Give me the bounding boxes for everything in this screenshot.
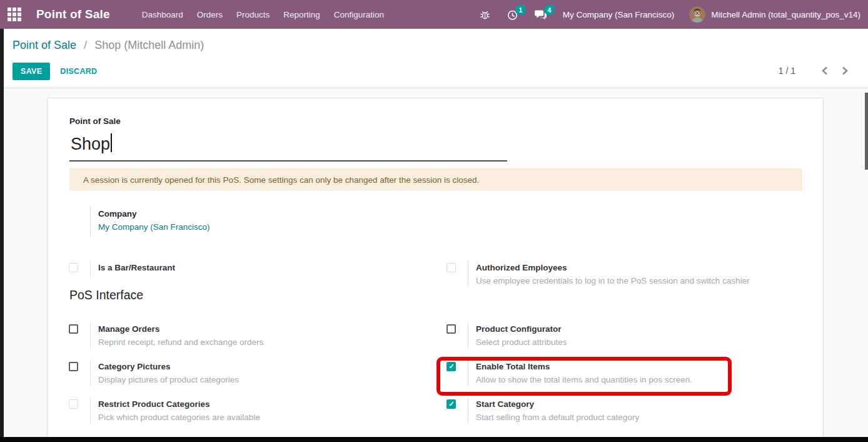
user-name: Mitchell Admin (total_quantity_pos_v14) [711, 10, 860, 19]
apps-grid-icon [7, 7, 22, 22]
session-warning-banner: A session is currently opened for this P… [69, 168, 802, 191]
nav-configuration[interactable]: Configuration [327, 0, 391, 29]
pager-count: 1 / 1 [779, 66, 795, 76]
option-enable-total-items: Enable Total Items Allow to show the tot… [447, 360, 728, 386]
form-view: Point of Sale Shop A session is currentl… [0, 88, 868, 442]
option-label: Restrict Product Categories [98, 398, 260, 411]
message-count-badge: 4 [544, 4, 555, 15]
option-restrict-product-categories: Restrict Product Categories Pick which p… [69, 398, 419, 424]
messages-button[interactable]: 4 [527, 0, 555, 29]
checkbox-start-category[interactable] [447, 399, 456, 409]
breadcrumb-separator: / [84, 39, 87, 51]
checkbox-restrict-product-categories[interactable] [69, 399, 78, 409]
option-category-pictures: Category Pictures Display pictures of pr… [69, 360, 419, 386]
discard-button[interactable]: DISCARD [60, 67, 97, 76]
option-start-category: Start Category Start selling from a defa… [447, 398, 815, 424]
breadcrumb-parent-link[interactable]: Point of Sale [13, 39, 76, 51]
breadcrumb: Point of Sale / Shop (Mitchell Admin) [13, 39, 204, 52]
option-authorized-employees: Authorized Employees Use employee creden… [447, 261, 815, 287]
topbar-right: 1 4 My Company (San Francisco) [472, 0, 868, 29]
activities-button[interactable]: 1 [498, 0, 527, 29]
company-switcher[interactable]: My Company (San Francisco) [555, 0, 682, 29]
activity-count-badge: 1 [515, 4, 526, 15]
company-field-group: Company My Company (San Francisco) [90, 206, 210, 237]
checkbox-manage-orders[interactable] [69, 324, 78, 334]
nav-reporting[interactable]: Reporting [276, 0, 327, 29]
chevron-right-icon [841, 66, 849, 75]
checkbox-is-bar-restaurant[interactable] [69, 263, 78, 272]
option-desc: Select product attributes [476, 336, 567, 349]
option-desc: Use employee credentials to log in to th… [476, 274, 749, 287]
main-nav: Dashboard Orders Products Reporting Conf… [135, 0, 391, 29]
vertical-scrollbar-thumb[interactable] [865, 93, 868, 170]
company-label: Company [98, 207, 210, 220]
text-cursor [111, 133, 112, 152]
option-product-configurator: Product Configurator Select product attr… [447, 322, 815, 349]
option-desc: Pick which product categories are availa… [98, 411, 260, 424]
checkbox-product-configurator[interactable] [447, 324, 456, 334]
app-title: Point of Sale [36, 8, 110, 21]
company-name: My Company (San Francisco) [563, 10, 675, 19]
control-panel: Point of Sale / Shop (Mitchell Admin) SA… [0, 29, 868, 88]
window-bottom-strip [0, 437, 868, 442]
apps-menu-button[interactable] [0, 0, 29, 29]
nav-orders[interactable]: Orders [190, 0, 230, 29]
action-buttons: SAVE DISCARD [13, 63, 97, 80]
option-label: Product Configurator [476, 322, 567, 336]
record-pager: 1 / 1 [779, 63, 853, 79]
option-label: Enable Total Items [476, 360, 692, 373]
nav-products[interactable]: Products [230, 0, 276, 29]
debug-menu-button[interactable] [472, 0, 498, 29]
breadcrumb-current: Shop (Mitchell Admin) [94, 39, 204, 51]
pos-name-value: Shop [71, 135, 110, 153]
option-label: Authorized Employees [476, 261, 749, 274]
chevron-left-icon [821, 66, 829, 75]
checkbox-enable-total-items[interactable] [447, 362, 456, 371]
settings-card: Point of Sale Shop A session is currentl… [47, 98, 824, 442]
company-value-link[interactable]: My Company (San Francisco) [98, 220, 210, 234]
pos-name-label: Point of Sale [69, 116, 121, 126]
option-desc: Start selling from a default product cat… [476, 411, 639, 424]
section-title-pos-interface: PoS Interface [69, 288, 143, 302]
window-edge-strip [0, 29, 4, 442]
bug-icon [480, 9, 490, 20]
option-manage-orders: Manage Orders Reprint receipt, refund an… [69, 322, 419, 349]
option-label: Manage Orders [98, 322, 263, 336]
checkbox-authorized-employees[interactable] [447, 263, 456, 272]
user-avatar [689, 6, 705, 23]
option-desc: Reprint receipt, refund and exchange ord… [98, 336, 263, 349]
pos-name-input[interactable]: Shop [69, 130, 507, 162]
top-navbar: Point of Sale Dashboard Orders Products … [0, 0, 868, 29]
option-label: Category Pictures [98, 360, 239, 373]
pager-next-button[interactable] [837, 63, 853, 79]
option-desc: Allow to show the total items and quanti… [476, 373, 692, 386]
option-label: Start Category [476, 398, 639, 411]
option-label: Is a Bar/Restaurant [98, 261, 175, 274]
checkbox-category-pictures[interactable] [69, 362, 78, 371]
odoo-pos-settings-screen: Point of Sale Dashboard Orders Products … [0, 0, 868, 442]
pager-previous-button[interactable] [817, 63, 833, 79]
nav-dashboard[interactable]: Dashboard [135, 0, 190, 29]
save-button[interactable]: SAVE [13, 63, 50, 80]
option-is-bar-restaurant: Is a Bar/Restaurant [69, 261, 419, 277]
option-desc: Display pictures of product categories [98, 373, 239, 386]
user-menu[interactable]: Mitchell Admin (total_quantity_pos_v14) [682, 0, 868, 29]
